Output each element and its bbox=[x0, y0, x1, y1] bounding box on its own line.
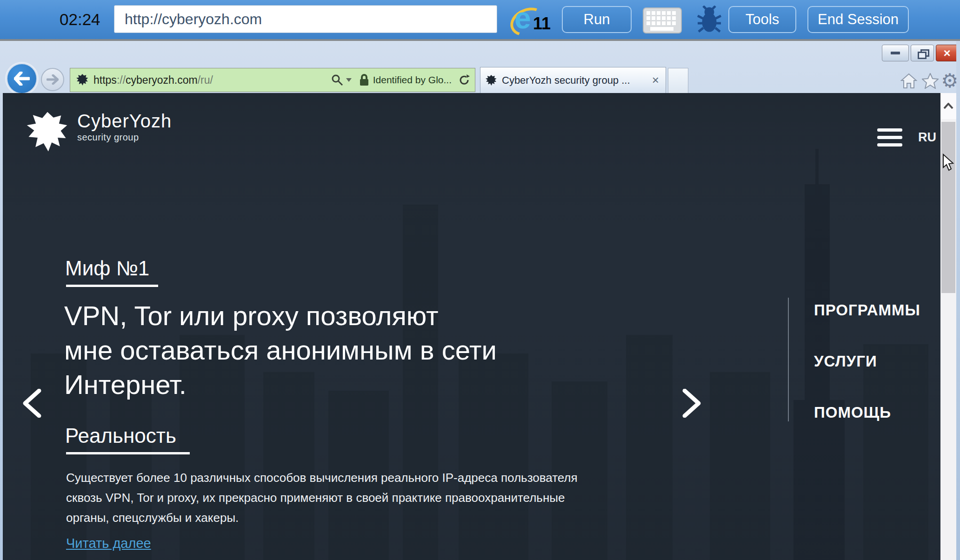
back-button[interactable] bbox=[7, 63, 37, 94]
menu-hamburger-icon[interactable] bbox=[877, 128, 902, 148]
slide-subheading: Реальность bbox=[65, 424, 176, 447]
certificate-label[interactable]: Identified by Glo... bbox=[373, 74, 452, 86]
ie-version-badge: 11 bbox=[533, 14, 551, 33]
refresh-icon[interactable] bbox=[458, 74, 470, 86]
tools-button-label: Tools bbox=[746, 11, 779, 28]
run-button[interactable]: Run bbox=[562, 6, 632, 33]
window-border bbox=[0, 39, 960, 41]
menu-divider bbox=[788, 298, 789, 421]
keyboard-icon[interactable] bbox=[643, 7, 682, 35]
url-domain: cyberyozh.com bbox=[126, 74, 198, 86]
mouse-cursor bbox=[942, 153, 954, 173]
address-bar[interactable]: https://cyberyozh.com/ru/ Identified by … bbox=[70, 68, 475, 92]
browser-tab[interactable]: CyberYozh security group ... × bbox=[480, 67, 666, 93]
back-arrow-icon bbox=[14, 72, 30, 86]
screen: 02:24 e 11 Run bbox=[0, 0, 960, 560]
ie-e-icon: e bbox=[514, 1, 531, 35]
slide-body: Существует более 10 различных способов в… bbox=[66, 468, 578, 528]
tab-title: CyberYozh security group ... bbox=[502, 74, 650, 87]
session-timer: 02:24 bbox=[60, 0, 100, 39]
tab-close-icon[interactable]: × bbox=[650, 73, 661, 87]
url-path: /ru/ bbox=[198, 74, 213, 86]
tools-button[interactable]: Tools bbox=[728, 6, 796, 33]
ie11-logo-icon: e 11 bbox=[511, 4, 552, 35]
menu-item-programs[interactable]: ПРОГРАММЫ bbox=[814, 301, 920, 319]
language-selector[interactable]: RU bbox=[918, 130, 936, 145]
end-session-button-label: End Session bbox=[818, 11, 899, 28]
site-logo[interactable]: CyberYozh security group bbox=[26, 111, 172, 154]
scrollbar-thumb[interactable] bbox=[941, 122, 955, 293]
headline-line-1: VPN, Tor или proxy позволяют bbox=[64, 299, 497, 333]
body-line-3: органы, спецслужбы и хакеры. bbox=[66, 508, 578, 528]
new-tab-button[interactable] bbox=[668, 68, 688, 93]
menu-item-help[interactable]: ПОМОЩЬ bbox=[814, 404, 891, 421]
run-button-label: Run bbox=[584, 11, 610, 28]
search-icon[interactable] bbox=[331, 74, 343, 86]
menu-item-services[interactable]: УСЛУГИ bbox=[814, 353, 877, 370]
restore-icon bbox=[918, 49, 927, 57]
close-window-button[interactable]: × bbox=[936, 45, 958, 61]
logo-subtitle: security group bbox=[77, 132, 172, 143]
minimize-button[interactable] bbox=[882, 45, 909, 61]
subheading-underline bbox=[66, 452, 190, 454]
bug-icon[interactable] bbox=[697, 6, 722, 35]
session-toolbar: 02:24 e 11 Run bbox=[0, 0, 960, 39]
logo-title: CyberYozh bbox=[77, 111, 172, 131]
lock-icon[interactable] bbox=[359, 73, 369, 87]
headline-line-2: мне оставаться анонимным в сети bbox=[64, 333, 497, 367]
favorites-star-icon[interactable] bbox=[921, 72, 940, 90]
hedgehog-logo-icon bbox=[26, 111, 69, 154]
kicker-underline bbox=[66, 285, 158, 287]
body-line-2: сквозь VPN, Tor и proxy, их прекрасно пр… bbox=[66, 488, 578, 508]
minimize-icon bbox=[891, 52, 900, 54]
restore-button[interactable] bbox=[911, 45, 934, 61]
headline-line-3: Интернет. bbox=[64, 367, 497, 402]
slide-headline: VPN, Tor или proxy позволяют мне остават… bbox=[64, 299, 497, 402]
home-icon[interactable] bbox=[900, 72, 918, 90]
tab-favicon bbox=[485, 74, 497, 87]
window-border-right bbox=[956, 41, 960, 560]
search-dropdown-icon[interactable] bbox=[345, 77, 353, 83]
url-scheme: https bbox=[93, 74, 117, 86]
slide-kicker: Миф №1 bbox=[65, 257, 149, 280]
session-url-input[interactable] bbox=[114, 5, 497, 33]
forward-arrow-icon bbox=[47, 74, 59, 85]
forward-button[interactable] bbox=[41, 68, 64, 91]
site-logo-text: CyberYozh security group bbox=[77, 111, 172, 154]
close-window-icon: × bbox=[943, 46, 950, 60]
carousel-prev-icon[interactable] bbox=[21, 389, 42, 420]
end-session-button[interactable]: End Session bbox=[807, 6, 909, 33]
carousel-next-icon[interactable] bbox=[682, 389, 702, 420]
body-line-1: Существует более 10 различных способов в… bbox=[66, 468, 578, 488]
url-separator: :// bbox=[117, 74, 126, 86]
page-viewport: CyberYozh security group RU Миф №1 VPN, … bbox=[3, 93, 940, 560]
address-url: https://cyberyozh.com/ru/ bbox=[93, 74, 213, 87]
scroll-up-arrow[interactable] bbox=[940, 93, 956, 119]
read-more-link[interactable]: Читать далее bbox=[66, 536, 151, 551]
site-favicon bbox=[76, 73, 89, 87]
